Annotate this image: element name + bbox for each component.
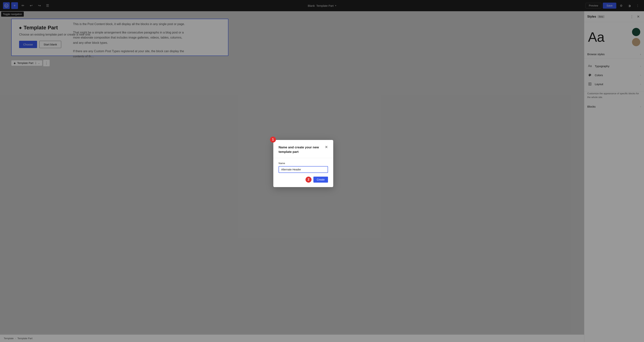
name-label: Name [278, 162, 328, 165]
modal-close-icon: ✕ [325, 145, 328, 149]
modal-divider [273, 158, 333, 158]
modal-overlay: 1 Name and create your new template part… [0, 0, 644, 342]
modal-close-button[interactable]: ✕ [323, 145, 328, 149]
modal-title: Name and create your new template part [278, 145, 323, 154]
step2-indicator: 2 [306, 177, 312, 183]
modal-header: Name and create your new template part ✕ [278, 145, 328, 154]
step1-indicator: 1 [270, 137, 276, 143]
step2-container: 2 [306, 177, 312, 183]
step1-badge: 1 [270, 137, 276, 143]
create-template-modal: 1 Name and create your new template part… [273, 140, 333, 187]
name-input[interactable] [278, 166, 328, 173]
modal-actions: 2 Create [278, 177, 328, 183]
create-button[interactable]: Create [314, 177, 328, 183]
modal-name-field: Name [278, 162, 328, 173]
